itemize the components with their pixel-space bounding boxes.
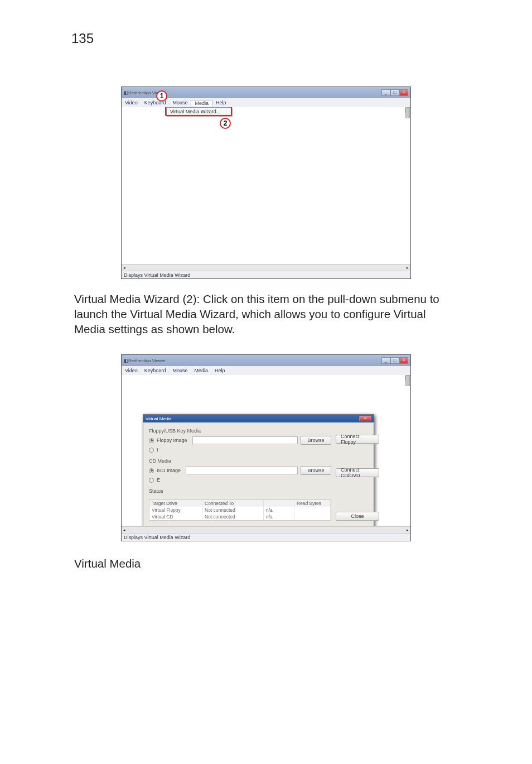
menu-mouse[interactable]: Mouse — [169, 100, 191, 105]
cursor-icon — [173, 375, 180, 383]
radio-floppy-drive[interactable] — [149, 448, 154, 453]
menu-media[interactable]: Media — [191, 100, 212, 106]
statusbar: Displays Virtual Media Wizard — [122, 271, 410, 278]
radio-cd-drive-label: E — [157, 477, 160, 483]
app-icon: ◧ — [124, 90, 128, 95]
close-button[interactable]: × — [399, 357, 408, 364]
annotation-rect-submenu — [165, 107, 232, 116]
minimize-button[interactable]: _ — [381, 357, 390, 364]
virtual-media-dialog: Virtual Media × Floppy/USB Key Media Flo… — [143, 414, 374, 526]
scroll-thumb[interactable] — [405, 375, 410, 386]
cursor-icon — [274, 108, 281, 117]
menu-media[interactable]: Media — [191, 368, 211, 373]
iso-image-path-input[interactable] — [186, 467, 298, 474]
menu-help[interactable]: Help — [211, 368, 229, 373]
browse-cd-button[interactable]: Browse — [301, 466, 331, 475]
scrollbar-horizontal[interactable]: ◂ ▸ — [122, 526, 410, 533]
connect-cd-button[interactable]: Connect CD/DVD — [336, 468, 379, 477]
radio-cd-drive[interactable] — [149, 478, 154, 483]
col-read-bytes: Read Bytes — [294, 500, 331, 507]
menu-keyboard[interactable]: Keyboard — [141, 100, 170, 105]
close-wizard-button[interactable]: Close — [336, 512, 379, 521]
minimize-button[interactable]: _ — [381, 89, 390, 96]
col-blank — [264, 500, 294, 507]
radio-iso-image-label: ISO Image — [157, 468, 181, 473]
maximize-button[interactable]: □ — [390, 89, 399, 96]
menu-keyboard[interactable]: Keyboard — [141, 368, 170, 373]
window-titlebar: ◧ Redirection Viewer _ □ × — [122, 355, 410, 366]
menu-video[interactable]: Video — [122, 368, 141, 373]
connect-floppy-button[interactable]: Connect Floppy — [336, 435, 379, 444]
callout-1: 1 — [156, 90, 167, 102]
scrollbar-horizontal[interactable]: ◂ ▸ — [122, 264, 410, 271]
status-group-label: Status — [149, 488, 331, 494]
dialog-close-button[interactable]: × — [359, 416, 371, 421]
menubar: Video Keyboard Mouse Media Help — [122, 366, 410, 375]
figure-2: ◧ Redirection Viewer _ □ × Video Keyboar… — [121, 354, 411, 541]
section-title: Virtual Media — [74, 557, 532, 570]
table-row: Virtual CD Not connected n/a — [149, 513, 331, 520]
scroll-left-button[interactable]: ◂ — [122, 528, 127, 532]
scroll-thumb[interactable] — [405, 107, 410, 118]
table-row: Virtual Floppy Not connected n/a — [149, 507, 331, 513]
radio-iso-image[interactable] — [149, 468, 154, 473]
floppy-group-label: Floppy/USB Key Media — [149, 428, 331, 434]
dialog-title: Virtual Media — [146, 416, 172, 421]
col-connected-to: Connected To — [202, 500, 264, 507]
statusbar: Displays Virtual Media Wizard — [122, 533, 410, 541]
col-target-drive: Target Drive — [149, 500, 202, 507]
maximize-button[interactable]: □ — [390, 357, 399, 364]
window-title: Redirection Viewer — [128, 358, 166, 363]
status-table: Target Drive Connected To Read Bytes Vir… — [149, 499, 331, 521]
radio-floppy-image-label: Floppy Image — [157, 438, 187, 443]
body-paragraph: Virtual Media Wizard (2): Click on this … — [74, 291, 458, 337]
figure-1: ◧ Redirection Viewer _ □ × Video Keyboar… — [121, 87, 411, 279]
floppy-image-path-input[interactable] — [192, 436, 298, 444]
radio-floppy-drive-label: I — [157, 447, 158, 453]
callout-2: 2 — [220, 118, 231, 129]
close-button[interactable]: × — [399, 89, 408, 96]
scroll-right-button[interactable]: ▸ — [405, 266, 410, 270]
cd-group-label: CD Media — [149, 458, 331, 464]
menu-video[interactable]: Video — [122, 100, 141, 105]
app-icon: ◧ — [124, 358, 128, 363]
page-number: 135 — [71, 31, 94, 46]
menu-help[interactable]: Help — [212, 100, 230, 105]
browse-floppy-button[interactable]: Browse — [301, 436, 331, 445]
scroll-right-button[interactable]: ▸ — [405, 528, 410, 532]
radio-floppy-image[interactable] — [149, 438, 154, 443]
menu-mouse[interactable]: Mouse — [169, 368, 191, 373]
logon-prompt: Press CTRL + ALT + DELETE to log on — [122, 169, 410, 176]
scroll-left-button[interactable]: ◂ — [122, 266, 127, 270]
